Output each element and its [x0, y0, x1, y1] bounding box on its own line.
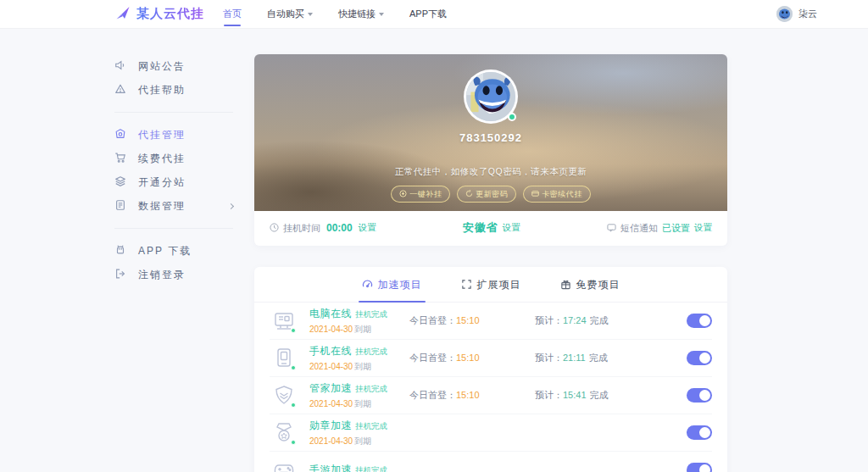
expire-date: 2021-04-30: [309, 362, 353, 371]
main-nav: 首页 自动购买 快捷链接 APP下载: [223, 0, 447, 28]
hang-time-set-link[interactable]: 设置: [359, 222, 376, 234]
eta-col: 预计：15:41完成: [535, 389, 670, 402]
gauge-icon: [362, 279, 373, 292]
project-list: 电脑在线挂机完成 2021-04-30到期 今日首登：15:10 预计：17:2…: [254, 303, 727, 472]
sidebar-item-announcements[interactable]: 网站公告: [114, 54, 233, 78]
chevron-down-icon: [308, 13, 313, 16]
warning-icon: [114, 83, 126, 97]
app-logo[interactable]: 某人云代挂: [114, 4, 204, 25]
user-avatar: [776, 6, 793, 22]
project-toggle[interactable]: [687, 425, 712, 440]
hang-time-value: 00:00: [326, 222, 353, 234]
sidebar: 网站公告 代挂帮助 代挂管理 续费代挂 开通分站 数据管理 APP 下载: [114, 54, 233, 472]
first-login-col: 今日首登：15:10: [409, 352, 535, 364]
project-toggle[interactable]: [687, 351, 712, 365]
project-status-tag: 挂机完成: [355, 347, 387, 358]
eta-col: 预计：21:11完成: [535, 352, 670, 364]
sidebar-item-substation[interactable]: 开通分站: [114, 170, 233, 194]
expire-date: 2021-04-30: [309, 325, 353, 334]
profile-card: 783150292 正常代挂中，如修改了QQ密码，请来本页更新 一键补挂 更新密…: [254, 54, 727, 246]
project-toggle[interactable]: [687, 314, 712, 328]
user-menu[interactable]: 柒云: [776, 6, 817, 22]
android-icon: [114, 244, 126, 258]
tab-free-projects[interactable]: 免费项目: [560, 278, 620, 302]
sidebar-item-manage[interactable]: 代挂管理: [114, 123, 233, 147]
status-dot: [291, 403, 296, 408]
project-title: 勋章加速: [309, 419, 352, 433]
tab-speed-projects[interactable]: 加速项目: [362, 278, 422, 302]
hang-time-group: 挂机时间 00:00 设置: [270, 222, 376, 235]
project-title: 手游加速: [309, 463, 352, 472]
projects-card: 加速项目 扩展项目 免费项目: [254, 267, 727, 472]
sidebar-item-help[interactable]: 代挂帮助: [114, 78, 233, 102]
project-toggle[interactable]: [687, 463, 712, 472]
chevron-right-icon: [228, 203, 234, 208]
document-icon: [114, 199, 126, 214]
project-toggle[interactable]: [687, 388, 712, 403]
project-tabs: 加速项目 扩展项目 免费项目: [254, 267, 727, 303]
top-header: 某人云代挂 首页 自动购买 快捷链接 APP下载 柒云: [0, 0, 868, 29]
project-row-guard: 管家加速挂机完成 2021-04-30到期 今日首登：15:10 预计：15:4…: [270, 377, 712, 414]
project-title: 电脑在线: [309, 307, 352, 321]
update-password-button[interactable]: 更新密码: [457, 186, 516, 203]
nav-auto-buy[interactable]: 自动购买: [267, 0, 313, 28]
rocket-icon: [114, 4, 131, 25]
project-row-game: 手游加速挂机完成: [270, 452, 712, 472]
card-icon: [531, 190, 539, 199]
qq-number: 783150292: [459, 131, 522, 144]
region-value: 安徽省: [463, 220, 498, 236]
tab-extension-projects[interactable]: 扩展项目: [461, 278, 521, 302]
sidebar-item-logout[interactable]: 注销登录: [114, 263, 233, 286]
project-status-tag: 挂机完成: [355, 384, 387, 395]
monitor-icon: [270, 308, 298, 334]
divider: [114, 112, 233, 113]
sms-group: 短信通知 已设置 设置: [607, 222, 712, 235]
message-icon: [607, 223, 616, 234]
banner-actions: 一键补挂 更新密码 卡密续代挂: [391, 186, 591, 203]
sms-set-link[interactable]: 设置: [694, 222, 712, 234]
nav-home[interactable]: 首页: [223, 0, 242, 28]
sidebar-item-renew[interactable]: 续费代挂: [114, 147, 233, 170]
first-login-col: 今日首登：15:10: [409, 389, 535, 402]
divider: [114, 228, 233, 229]
sidebar-item-app-download[interactable]: APP 下载: [114, 239, 233, 263]
sidebar-item-data[interactable]: 数据管理: [114, 194, 233, 218]
gamepad-icon: [270, 458, 298, 472]
status-dot: [291, 440, 296, 445]
expand-icon: [461, 279, 472, 292]
nav-app-download[interactable]: APP下载: [409, 0, 447, 28]
status-dot: [291, 365, 296, 370]
region-group: 安徽省 设置: [463, 220, 520, 236]
target-icon: [399, 190, 407, 199]
status-dot: [291, 328, 296, 333]
phone-icon: [270, 346, 298, 371]
username-label: 柒云: [798, 8, 817, 20]
project-status-tag: 挂机完成: [355, 309, 387, 320]
hang-status-text: 正常代挂中，如修改了QQ密码，请来本页更新: [395, 166, 587, 178]
cart-icon: [114, 152, 126, 166]
expire-date: 2021-04-30: [309, 399, 353, 408]
project-title: 手机在线: [309, 344, 352, 358]
chevron-down-icon: [379, 13, 384, 16]
speaker-icon: [114, 59, 126, 74]
gift-icon: [560, 279, 571, 292]
logout-icon: [114, 268, 126, 282]
rehang-button[interactable]: 一键补挂: [391, 186, 450, 203]
main-content: 783150292 正常代挂中，如修改了QQ密码，请来本页更新 一键补挂 更新密…: [254, 54, 727, 472]
project-title: 管家加速: [309, 381, 352, 396]
medal-icon: [270, 420, 298, 446]
sms-status: 已设置: [662, 222, 690, 235]
shield-icon: [270, 383, 298, 408]
project-row-pc: 电脑在线挂机完成 2021-04-30到期 今日首登：15:10 预计：17:2…: [270, 303, 712, 340]
online-status-dot: [508, 113, 516, 121]
eta-col: 预计：17:24完成: [535, 314, 670, 327]
project-row-medal: 勋章加速挂机完成 2021-04-30到期: [270, 414, 712, 452]
card-renew-button[interactable]: 卡密续代挂: [523, 186, 591, 203]
nav-quick-links[interactable]: 快捷链接: [338, 0, 384, 28]
expire-date: 2021-04-30: [309, 436, 353, 446]
project-row-mobile: 手机在线挂机完成 2021-04-30到期 今日首登：15:10 预计：21:1…: [270, 340, 712, 377]
settings-bar: 挂机时间 00:00 设置 安徽省 设置 短信通知 已设置 设置: [254, 211, 727, 246]
shield-home-icon: [114, 128, 126, 142]
region-set-link[interactable]: 设置: [503, 222, 520, 234]
logo-text: 某人云代挂: [136, 6, 204, 22]
